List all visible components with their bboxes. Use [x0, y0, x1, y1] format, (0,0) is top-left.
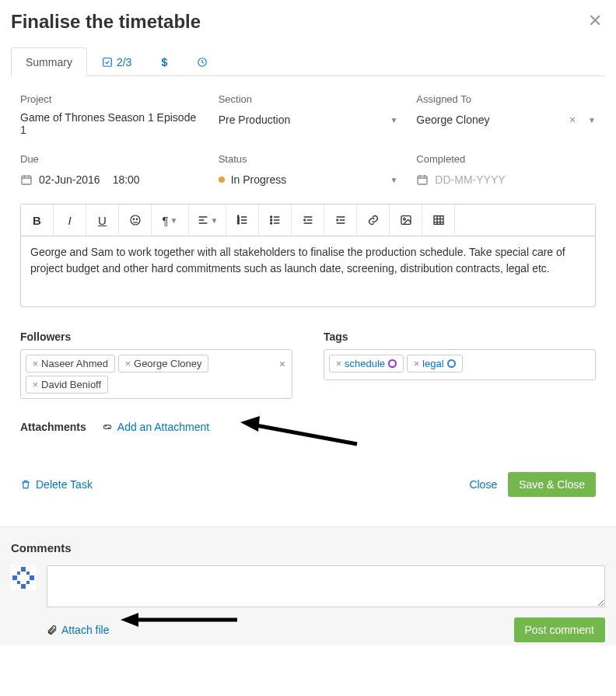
svg-text:3: 3 — [237, 221, 240, 225]
tab-bar: Summary 2/3 $ — [11, 47, 605, 76]
followers-box[interactable]: ×Naseer Ahmed ×George Cloney ×David Beni… — [20, 349, 292, 399]
tab-time[interactable] — [182, 47, 222, 76]
add-attachment-link[interactable]: Add an Attachment — [102, 421, 209, 433]
assigned-label: Assigned To — [416, 93, 596, 105]
status-select[interactable]: In Progress ▼ — [219, 171, 398, 188]
svg-rect-23 — [17, 581, 20, 584]
section-label: Section — [219, 93, 398, 105]
outdent-button[interactable] — [292, 205, 324, 236]
tag-chip[interactable]: × schedule — [329, 355, 404, 372]
completed-field[interactable]: DD-MM-YYYY — [416, 171, 596, 188]
project-label: Project — [20, 93, 200, 105]
emoji-button[interactable] — [119, 205, 152, 236]
tag-chip[interactable]: × legal — [407, 355, 462, 372]
paragraph-button[interactable]: ¶▼ — [152, 205, 189, 236]
status-label: Status — [219, 153, 398, 165]
post-comment-button[interactable]: Post comment — [514, 617, 605, 642]
svg-rect-22 — [26, 572, 30, 575]
svg-rect-24 — [26, 581, 30, 584]
clock-icon — [197, 57, 208, 68]
align-button[interactable]: ▼ — [189, 205, 226, 236]
chevron-down-icon: ▼ — [390, 176, 397, 184]
svg-point-5 — [133, 219, 134, 219]
due-field[interactable]: 02-Jun-2016 18:00 — [20, 171, 200, 188]
delete-task-button[interactable]: Delete Task — [20, 478, 93, 491]
unordered-list-button[interactable] — [259, 205, 292, 236]
close-modal-icon[interactable]: ✕ — [588, 11, 602, 31]
svg-point-4 — [131, 215, 140, 225]
attach-file-link[interactable]: Attach file — [47, 624, 109, 636]
remove-chip-icon[interactable]: × — [125, 358, 131, 369]
svg-rect-0 — [103, 58, 112, 67]
paperclip-icon — [47, 624, 58, 635]
close-button[interactable]: Close — [469, 478, 497, 491]
link-button[interactable] — [357, 205, 390, 236]
comment-textarea[interactable] — [47, 565, 605, 607]
remove-chip-icon[interactable]: × — [33, 379, 38, 390]
tags-box[interactable]: × schedule × legal — [324, 349, 596, 380]
indent-button[interactable] — [324, 205, 357, 236]
svg-point-10 — [270, 216, 271, 218]
follower-chip[interactable]: ×Naseer Ahmed — [26, 355, 115, 372]
svg-rect-15 — [434, 216, 443, 225]
svg-rect-17 — [21, 567, 26, 572]
tag-color-icon — [388, 359, 397, 368]
section-select[interactable]: Pre Production ▼ — [219, 111, 398, 128]
followers-label: Followers — [20, 331, 292, 343]
svg-rect-20 — [21, 584, 26, 589]
comments-title: Comments — [11, 541, 605, 554]
tab-summary[interactable]: Summary — [11, 47, 87, 76]
trash-icon — [20, 479, 31, 490]
calendar-icon — [20, 173, 33, 186]
project-value[interactable]: Game of Thrones Season 1 Episode 1 — [20, 111, 200, 136]
ordered-list-button[interactable]: 123 — [226, 205, 259, 236]
tab-budget[interactable]: $ — [146, 47, 182, 76]
tab-checklist[interactable]: 2/3 — [87, 47, 146, 76]
svg-point-12 — [270, 222, 271, 224]
clear-followers-icon[interactable]: × — [279, 358, 285, 370]
svg-rect-18 — [12, 575, 17, 580]
chevron-down-icon: ▼ — [390, 116, 397, 124]
remove-chip-icon[interactable]: × — [33, 358, 38, 369]
dollar-icon: $ — [161, 56, 167, 68]
svg-rect-19 — [30, 575, 34, 580]
annotation-arrow-icon — [117, 608, 241, 639]
checklist-icon — [102, 57, 113, 68]
user-avatar — [11, 565, 36, 590]
editor-toolbar: B I U ¶▼ ▼ 123 — [21, 205, 595, 236]
status-dot-icon — [219, 177, 225, 183]
description-textarea[interactable]: George and Sam to work together with all… — [21, 236, 595, 306]
attachments-label: Attachments — [20, 421, 86, 433]
task-title: Finalise the timetable — [11, 11, 605, 33]
svg-rect-3 — [418, 176, 427, 184]
svg-point-11 — [270, 219, 271, 221]
chevron-down-icon: ▼ — [588, 116, 596, 124]
follower-chip[interactable]: ×George Cloney — [118, 355, 208, 372]
bold-button[interactable]: B — [21, 205, 54, 236]
annotation-arrow-icon — [236, 413, 361, 452]
clear-assigned-icon[interactable]: × — [569, 114, 576, 126]
due-label: Due — [20, 153, 200, 165]
image-button[interactable] — [390, 205, 422, 236]
calendar-icon — [416, 173, 429, 186]
svg-point-14 — [403, 218, 405, 220]
description-editor: B I U ¶▼ ▼ 123 — [20, 204, 596, 307]
svg-rect-2 — [22, 176, 31, 184]
svg-rect-25 — [21, 575, 26, 580]
table-button[interactable] — [422, 205, 455, 236]
attachment-icon — [102, 423, 113, 431]
completed-label: Completed — [416, 153, 596, 165]
svg-rect-21 — [17, 572, 20, 575]
remove-chip-icon[interactable]: × — [414, 358, 419, 369]
tag-color-icon — [447, 359, 456, 368]
underline-button[interactable]: U — [86, 205, 119, 236]
follower-chip[interactable]: ×David Benioff — [26, 376, 108, 393]
tags-label: Tags — [324, 331, 596, 343]
italic-button[interactable]: I — [54, 205, 86, 236]
assigned-select[interactable]: George Cloney × ▼ — [416, 111, 596, 128]
save-close-button[interactable]: Save & Close — [508, 472, 596, 497]
remove-chip-icon[interactable]: × — [336, 358, 341, 369]
svg-point-6 — [136, 219, 137, 219]
